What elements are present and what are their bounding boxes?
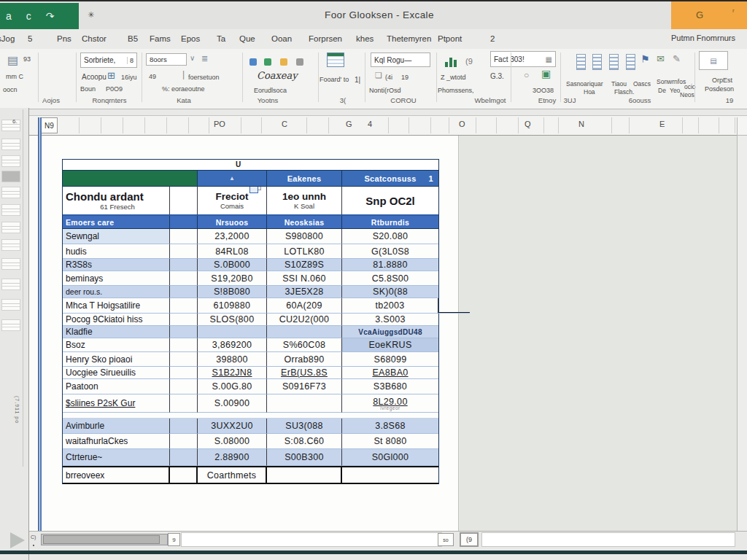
row-label-cell[interactable]: Henry Sko pioaoi bbox=[63, 352, 170, 367]
column-header-letter-G[interactable]: G bbox=[346, 120, 352, 128]
qat-customize-icon[interactable]: ✳ bbox=[88, 10, 94, 20]
left-pane-item[interactable] bbox=[1, 204, 20, 216]
row-c1-cell[interactable]: 2.88900 bbox=[198, 449, 267, 466]
title-cell[interactable]: Chondu ardant 61 Fresech bbox=[63, 187, 170, 216]
title-col3-cell[interactable]: Snp OC2l bbox=[342, 187, 438, 216]
paste-options-icon[interactable] bbox=[249, 187, 260, 192]
row-spacer-cell[interactable] bbox=[170, 434, 198, 449]
row-c3-cell[interactable]: 3.S003 bbox=[342, 314, 438, 326]
row-c2-cell[interactable]: S10Z89S bbox=[267, 259, 342, 271]
left-pane-item[interactable] bbox=[1, 155, 20, 167]
row-c2-cell[interactable]: Orrab890 bbox=[267, 352, 342, 367]
title-col2-cell[interactable]: 1eo unnh K Soal bbox=[267, 187, 342, 216]
sheet-empty-area[interactable] bbox=[458, 136, 737, 531]
ribbon-tab-6[interactable]: Epos bbox=[181, 34, 200, 43]
style-swatch-gray[interactable] bbox=[296, 58, 303, 66]
row-c1-cell[interactable]: S.0B000 bbox=[198, 259, 267, 271]
ribbon-tab-10[interactable]: Forprsen bbox=[309, 34, 342, 43]
ribbon-tab-9[interactable]: Ooan bbox=[271, 34, 292, 43]
row-c2-cell[interactable]: CU2U2(000 bbox=[267, 314, 342, 326]
column-header-c1[interactable]: Nrsuoos bbox=[198, 216, 267, 229]
row-c2-cell[interactable]: S980800 bbox=[267, 229, 342, 244]
autosum-icon[interactable] bbox=[626, 54, 635, 70]
row-label-cell[interactable]: Ctrterue~ bbox=[63, 449, 170, 466]
banner-green-cell[interactable] bbox=[63, 171, 198, 187]
edit-icon[interactable]: ✎ bbox=[673, 54, 681, 63]
redo-icon[interactable]: ↷ bbox=[46, 10, 55, 22]
row-c3-cell[interactable]: 8L29.00ivregeor bbox=[342, 394, 438, 413]
chevron-down-icon[interactable]: ∨ bbox=[190, 55, 195, 62]
vertical-scrollbar[interactable] bbox=[737, 117, 747, 531]
row-c3-cell[interactable] bbox=[342, 466, 438, 484]
row-c3-cell[interactable]: C5.8S00 bbox=[342, 271, 438, 286]
row-spacer-cell[interactable] bbox=[170, 352, 198, 367]
column-header-c2[interactable]: Neosksias bbox=[267, 216, 342, 229]
insert-cells-icon[interactable] bbox=[576, 54, 586, 70]
format-as-table-icon[interactable] bbox=[327, 52, 344, 67]
row-label-cell[interactable]: Mhca T Hoigsatilire bbox=[63, 298, 170, 314]
row-c3-cell[interactable]: St 8080 bbox=[342, 434, 438, 449]
left-pane-item[interactable] bbox=[1, 239, 20, 251]
status-box-1[interactable]: so bbox=[438, 533, 454, 546]
row-c3-cell[interactable]: S0Gl000 bbox=[342, 449, 438, 466]
style-swatch-blue[interactable] bbox=[249, 58, 257, 66]
row-c2-cell[interactable]: S:08.C60 bbox=[267, 434, 342, 449]
ribbon-tab-12[interactable]: Thetemyren bbox=[387, 34, 431, 43]
row-label-cell[interactable]: Sewngal bbox=[63, 229, 170, 244]
row-label-cell[interactable]: deer rou.s. bbox=[63, 286, 170, 298]
row-spacer-cell[interactable] bbox=[170, 466, 198, 484]
ribbon-right-text[interactable]: Putmn Fnomrnurs bbox=[671, 34, 735, 42]
row-label-cell[interactable]: Paatoon bbox=[63, 379, 170, 394]
column-header-letter-4[interactable]: 4 bbox=[368, 120, 372, 128]
row-c1-cell[interactable]: S!8B080 bbox=[198, 286, 267, 298]
ribbon-tab-7[interactable]: Ta bbox=[217, 34, 225, 43]
row-c1-cell[interactable]: S19,20B0 bbox=[198, 271, 267, 286]
row-label-cell[interactable]: Bsoz bbox=[63, 338, 170, 352]
sheet-tab-strip[interactable] bbox=[181, 532, 442, 547]
left-pane-item[interactable] bbox=[1, 258, 20, 270]
row-c1-cell[interactable]: S.00G.80 bbox=[198, 379, 267, 394]
column-header-letter-C[interactable]: C bbox=[282, 120, 287, 128]
row-label-cell[interactable]: beminays bbox=[63, 271, 170, 286]
shape-icon[interactable]: ❏ bbox=[375, 71, 382, 79]
row-c3-cell[interactable]: S3B680 bbox=[342, 379, 438, 394]
row-c3-cell[interactable]: tb2003 bbox=[342, 298, 438, 314]
row-label-cell[interactable]: waitafhurlaCkes bbox=[63, 434, 170, 449]
row-label-cell[interactable]: Avimburle bbox=[63, 419, 170, 434]
ribbon-tab-8[interactable]: Que bbox=[239, 34, 255, 43]
row-spacer-cell[interactable] bbox=[170, 244, 198, 259]
format-cells-icon[interactable] bbox=[609, 54, 619, 70]
left-pane-item[interactable] bbox=[1, 171, 20, 182]
row-c2-cell[interactable]: SU3(088 bbox=[267, 419, 342, 434]
status-box-2[interactable]: (9 bbox=[460, 532, 479, 547]
flag-icon[interactable]: ⚑ bbox=[640, 54, 650, 64]
column-header-c3[interactable]: Rtburndis bbox=[342, 216, 438, 229]
search-box[interactable]: Fact 303! ▦ bbox=[490, 51, 556, 67]
column-header-letter-Q[interactable]: Q bbox=[525, 120, 531, 128]
row-c2-cell[interactable]: S%60C08 bbox=[267, 338, 342, 352]
row-spacer-cell[interactable] bbox=[170, 271, 198, 286]
left-pane-item[interactable] bbox=[1, 319, 20, 331]
scrollbar-split-button[interactable]: 9 bbox=[168, 533, 180, 546]
undo-icon[interactable]: c bbox=[26, 10, 31, 22]
sheet-options-button[interactable]: ▤ bbox=[699, 51, 728, 70]
share-button[interactable]: G r bbox=[671, 1, 747, 31]
row-c3-cell[interactable]: 3.8S68 bbox=[342, 419, 438, 434]
row-spacer-cell[interactable] bbox=[170, 229, 198, 244]
ribbon-tab-2[interactable]: Pns bbox=[57, 34, 71, 43]
row-label-cell[interactable]: $sliines P2sK Gur bbox=[63, 394, 170, 413]
table-column-header-row[interactable]: Emoers care Nrsuoos Neosksias Rtburndis bbox=[63, 216, 438, 229]
row-label-cell[interactable]: Kladfie bbox=[63, 326, 170, 338]
row-spacer-cell[interactable] bbox=[170, 367, 198, 379]
row-c2-cell[interactable]: 60A(209 bbox=[267, 298, 342, 314]
row-c1-cell[interactable]: 398800 bbox=[198, 352, 267, 367]
align-lines-icon[interactable]: ≣ bbox=[201, 55, 208, 63]
column-header-letter-O[interactable]: O bbox=[459, 120, 465, 128]
left-pane-item[interactable] bbox=[1, 279, 20, 290]
left-pane-item[interactable] bbox=[1, 222, 20, 233]
row-c3-cell[interactable]: G(3L0S8 bbox=[342, 244, 438, 259]
row-c1-cell[interactable]: 3,869200 bbox=[198, 338, 267, 352]
table-title-row[interactable]: Chondu ardant 61 Fresech Freciot Comais … bbox=[63, 187, 438, 216]
banner-expenses-cell[interactable]: Eakenes bbox=[267, 171, 342, 187]
row-c1-cell[interactable]: 84RL08 bbox=[198, 244, 267, 259]
